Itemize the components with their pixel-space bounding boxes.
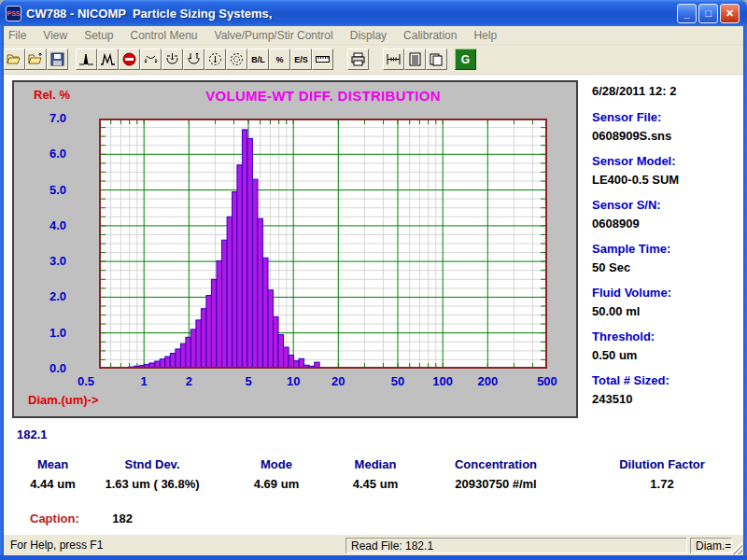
info-field-value: 50.00 ml xyxy=(592,302,740,321)
histogram-bar xyxy=(196,320,202,368)
menu-calibration[interactable]: Calibration xyxy=(395,27,465,44)
valve-fill-button[interactable] xyxy=(162,49,183,70)
caption-label: Caption: xyxy=(30,511,79,525)
title-bar: PSS CW788 - NICOMP Particle Sizing Syste… xyxy=(0,0,747,26)
window-frame-bottom xyxy=(0,555,747,560)
valve-open-icon xyxy=(143,52,159,66)
dual-peak-icon xyxy=(100,52,116,66)
info-field: Sensor S/N:0608909 xyxy=(592,196,740,233)
menu-help[interactable]: Help xyxy=(465,27,505,44)
menu-valve-pump-stir-control[interactable]: Valve/Pump/Stir Control xyxy=(206,27,342,44)
resize-grip-icon[interactable] xyxy=(730,542,742,554)
histogram-bar xyxy=(176,349,181,368)
histogram-bar xyxy=(165,357,171,368)
minimize-button[interactable]: _ xyxy=(677,4,697,23)
valve-flush-button[interactable] xyxy=(183,49,204,70)
menu-view[interactable]: View xyxy=(35,27,76,44)
histogram-bar xyxy=(233,192,238,369)
info-field-value: LE400-0.5 SUM xyxy=(592,171,740,189)
close-button[interactable]: ✕ xyxy=(720,4,740,23)
stat-label: Mode xyxy=(234,457,318,471)
file-id: 182.1 xyxy=(17,427,48,441)
menu-control-menu[interactable]: Control Menu xyxy=(122,27,206,44)
ruler-button[interactable] xyxy=(312,49,333,70)
valve-fill-icon xyxy=(164,52,180,66)
y-tick-label: 2.0 xyxy=(23,289,66,303)
open-sensor-file-button[interactable] xyxy=(25,49,47,70)
folder-open-icon xyxy=(7,52,22,66)
single-peak-icon xyxy=(78,52,94,66)
stat-mean: Mean4.44 um xyxy=(13,457,92,491)
stop-icon xyxy=(121,52,137,66)
stat-value: 4.45 um xyxy=(333,477,417,491)
info-field-label: Total # Sized: xyxy=(592,371,740,390)
y-tick-label: 3.0 xyxy=(23,254,66,268)
stir-icon xyxy=(229,52,245,66)
axis-range-button[interactable] xyxy=(383,49,404,70)
copy-icon xyxy=(429,52,444,66)
app-window: PSS CW788 - NICOMP Particle Sizing Syste… xyxy=(0,0,747,560)
stat-concentration: Concentration20930750 #/ml xyxy=(431,457,560,491)
valve-drain-button[interactable] xyxy=(204,49,226,70)
info-field-label: Sensor File: xyxy=(592,108,740,127)
open-file-button[interactable] xyxy=(4,49,25,70)
histogram-bar xyxy=(278,335,284,368)
print-icon xyxy=(350,52,366,66)
copy-button[interactable] xyxy=(426,49,447,70)
toolbar: B/L%E/SG xyxy=(0,45,747,75)
histogram-bar xyxy=(247,138,253,368)
stat-mode: Mode4.69 um xyxy=(234,457,318,491)
histogram-bar xyxy=(217,260,222,368)
measurement-datetime: 6/28/2011 12: 2 xyxy=(592,84,740,98)
percent-button[interactable]: % xyxy=(269,49,290,70)
report-button[interactable] xyxy=(404,49,426,70)
histogram-bar xyxy=(227,217,233,368)
folder-open-arrow-icon xyxy=(28,52,44,66)
info-field: Total # Sized:243510 xyxy=(592,371,740,409)
valve-open-button[interactable] xyxy=(140,49,162,70)
y-tick-label: 1.0 xyxy=(23,326,66,340)
chart-title: VOLUME-WT DIFF. DISTRIBUTION xyxy=(99,88,547,104)
stat-label: Concentration xyxy=(431,457,560,471)
stat-label: Dilution Factor xyxy=(598,457,726,471)
multi-distribution-button[interactable] xyxy=(97,49,119,70)
info-field-label: Sensor Model: xyxy=(592,152,740,171)
histogram-bar xyxy=(180,343,186,368)
x-tick-label: 2 xyxy=(168,374,209,388)
stat-dilution-factor: Dilution Factor1.72 xyxy=(598,457,726,491)
x-tick-label: 100 xyxy=(422,374,463,388)
x-tick-label: 500 xyxy=(527,374,568,388)
report-icon xyxy=(407,52,423,66)
single-distribution-button[interactable] xyxy=(76,49,97,70)
info-field: Threshold:0.50 um xyxy=(592,328,740,365)
stop-button[interactable] xyxy=(119,49,140,70)
histogram-bar xyxy=(170,354,176,369)
print-button[interactable] xyxy=(347,49,369,70)
stir-button[interactable] xyxy=(226,49,247,70)
histogram-bar xyxy=(201,309,206,368)
stat-median: Median4.45 um xyxy=(333,457,417,491)
extinction-scatter-button[interactable]: E/S xyxy=(290,49,312,70)
x-tick-label: 10 xyxy=(273,374,314,388)
caption-value: 182 xyxy=(112,511,133,525)
info-field-label: Sample Time: xyxy=(592,240,740,259)
histogram-bar xyxy=(253,179,259,368)
grab-button[interactable]: G xyxy=(455,49,476,70)
menu-file[interactable]: File xyxy=(0,27,35,44)
histogram-bar xyxy=(263,258,269,368)
save-button[interactable] xyxy=(47,49,68,70)
x-tick-label: 0.5 xyxy=(65,374,106,388)
info-field-value: 0608909 xyxy=(592,215,740,233)
histogram-bar xyxy=(206,296,212,369)
histogram-svg xyxy=(99,119,547,369)
histogram-bar xyxy=(289,356,294,369)
menu-setup[interactable]: Setup xyxy=(76,27,121,44)
stat-value: 4.44 um xyxy=(13,477,92,491)
histogram-bar xyxy=(237,165,243,368)
info-field: Sensor File:0608909S.sns xyxy=(592,108,740,146)
menu-display[interactable]: Display xyxy=(342,27,395,44)
y-tick-label: 6.0 xyxy=(23,147,66,161)
baseline-button[interactable]: B/L xyxy=(247,49,269,70)
info-field-label: Fluid Volume: xyxy=(592,284,740,302)
maximize-button[interactable]: □ xyxy=(698,4,718,23)
